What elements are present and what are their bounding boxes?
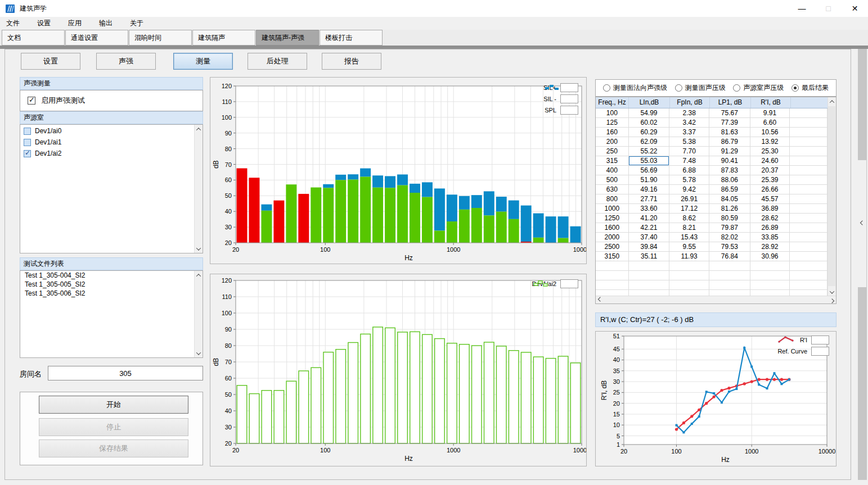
radio-option-2[interactable]: 声源室声压级 bbox=[733, 83, 784, 93]
table-cell[interactable]: 39.84 bbox=[629, 242, 670, 252]
tab-0[interactable]: 文档 bbox=[2, 30, 65, 46]
subtab-4[interactable]: 报告 bbox=[322, 53, 381, 70]
table-cell[interactable]: 24.60 bbox=[750, 156, 790, 166]
table-cell[interactable]: 1000 bbox=[596, 204, 629, 214]
subtab-3[interactable]: 后处理 bbox=[248, 53, 307, 70]
file-item-1[interactable]: Test 1_305-005_SI2 bbox=[20, 280, 194, 289]
start-button[interactable]: 开始 bbox=[39, 396, 188, 414]
table-cell[interactable]: 9.42 bbox=[669, 185, 709, 194]
channel-item-1[interactable]: Dev1/ai1 bbox=[20, 137, 194, 147]
menu-item-0[interactable]: 文件 bbox=[1, 17, 25, 30]
channel-item-0[interactable]: Dev1/ai0 bbox=[20, 126, 194, 136]
table-cell[interactable]: 36.89 bbox=[750, 204, 790, 214]
table-scrollbar-thumb[interactable] bbox=[828, 106, 835, 286]
scroll-up-icon[interactable] bbox=[195, 125, 203, 133]
scroll-up-icon[interactable] bbox=[195, 271, 203, 279]
table-cell[interactable]: 7.48 bbox=[669, 156, 709, 166]
tab-1[interactable]: 通道设置 bbox=[65, 30, 128, 46]
table-cell[interactable]: 26.89 bbox=[750, 223, 790, 233]
scroll-right-icon[interactable] bbox=[827, 296, 836, 304]
tab-3[interactable]: 建筑隔声 bbox=[192, 30, 255, 46]
table-cell[interactable]: 87.83 bbox=[709, 166, 750, 175]
menu-item-3[interactable]: 输出 bbox=[94, 17, 118, 30]
table-cell[interactable]: 55.03 bbox=[629, 156, 670, 166]
table-cell[interactable]: 76.84 bbox=[709, 252, 750, 261]
table-cell[interactable]: 315 bbox=[596, 156, 629, 166]
table-cell[interactable]: 55.22 bbox=[629, 147, 670, 156]
table-cell[interactable]: 2500 bbox=[596, 242, 629, 252]
table-cell[interactable]: 10.56 bbox=[750, 128, 790, 137]
minimize-button[interactable]: — bbox=[789, 0, 815, 17]
table-cell[interactable]: 37.40 bbox=[629, 233, 670, 242]
table-cell[interactable]: 60.02 bbox=[629, 118, 670, 128]
close-button[interactable]: ✕ bbox=[842, 0, 868, 17]
table-cell[interactable]: 7.70 bbox=[669, 147, 709, 156]
table-cell[interactable]: 75.67 bbox=[709, 108, 750, 118]
table-cell[interactable]: 51.90 bbox=[629, 175, 670, 185]
scroll-down-icon[interactable] bbox=[195, 244, 203, 253]
radio-option-0[interactable]: 测量面法向声强级 bbox=[603, 83, 667, 93]
table-cell[interactable]: 9.55 bbox=[669, 242, 709, 252]
tab-2[interactable]: 混响时间 bbox=[129, 30, 192, 46]
splitter-collapse-handle[interactable] bbox=[858, 160, 866, 287]
table-cell[interactable]: 100 bbox=[596, 108, 629, 118]
table-cell[interactable]: 15.43 bbox=[669, 233, 709, 242]
channel-item-2[interactable]: Dev1/ai2 bbox=[20, 148, 194, 158]
file-item-0[interactable]: Test 1_305-004_SI2 bbox=[20, 271, 194, 280]
room-name-input[interactable] bbox=[48, 366, 203, 380]
table-cell[interactable]: 88.06 bbox=[709, 175, 750, 185]
table-cell[interactable]: 28.62 bbox=[750, 214, 790, 223]
scroll-left-icon[interactable] bbox=[596, 296, 604, 304]
table-cell[interactable]: 35.11 bbox=[629, 252, 670, 261]
table-cell[interactable]: 3.42 bbox=[669, 118, 709, 128]
table-cell[interactable]: 41.20 bbox=[629, 214, 670, 223]
scroll-up-icon[interactable] bbox=[828, 97, 836, 106]
table-cell[interactable]: 42.21 bbox=[629, 223, 670, 233]
table-cell[interactable]: 49.16 bbox=[629, 185, 670, 194]
table-cell[interactable]: 33.60 bbox=[629, 204, 670, 214]
table-cell[interactable]: 79.87 bbox=[709, 223, 750, 233]
table-cell[interactable]: 11.93 bbox=[669, 252, 709, 261]
table-cell[interactable]: 125 bbox=[596, 118, 629, 128]
tab-5[interactable]: 楼板打击 bbox=[320, 30, 383, 46]
table-cell[interactable]: 3150 bbox=[596, 252, 629, 261]
table-cell[interactable]: 8.62 bbox=[669, 214, 709, 223]
table-cell[interactable]: 91.29 bbox=[709, 147, 750, 156]
table-cell[interactable]: 90.41 bbox=[709, 156, 750, 166]
table-cell[interactable]: 200 bbox=[596, 137, 629, 147]
channel-checkbox[interactable] bbox=[24, 128, 31, 135]
subtab-0[interactable]: 设置 bbox=[21, 53, 80, 70]
table-cell[interactable]: 81.26 bbox=[709, 204, 750, 214]
table-cell[interactable]: 86.79 bbox=[709, 137, 750, 147]
scroll-down-icon[interactable] bbox=[828, 288, 836, 296]
menu-item-1[interactable]: 设置 bbox=[32, 17, 56, 30]
table-cell[interactable]: 81.63 bbox=[709, 128, 750, 137]
table-cell[interactable]: 20.37 bbox=[750, 166, 790, 175]
table-cell[interactable]: 77.39 bbox=[709, 118, 750, 128]
table-cell[interactable]: 56.69 bbox=[629, 166, 670, 175]
table-cell[interactable]: 26.66 bbox=[750, 185, 790, 194]
table-horizontal-scrollbar[interactable] bbox=[596, 296, 836, 303]
table-cell[interactable]: 5.38 bbox=[669, 137, 709, 147]
radio-option-1[interactable]: 测量面声压级 bbox=[675, 83, 726, 93]
subtab-1[interactable]: 声强 bbox=[96, 53, 156, 70]
scroll-down-icon[interactable] bbox=[195, 349, 203, 357]
table-cell[interactable]: 800 bbox=[596, 194, 629, 204]
channel-checkbox[interactable] bbox=[24, 139, 31, 146]
table-cell[interactable]: 1600 bbox=[596, 223, 629, 233]
enable-intensity-checkbox[interactable] bbox=[28, 97, 35, 105]
table-cell[interactable]: 2.38 bbox=[669, 108, 709, 118]
table-cell[interactable]: 250 bbox=[596, 147, 629, 156]
table-cell[interactable]: 45.57 bbox=[750, 194, 790, 204]
subtab-2[interactable]: 测量 bbox=[173, 53, 233, 70]
table-cell[interactable]: 25.30 bbox=[750, 147, 790, 156]
menu-item-2[interactable]: 应用 bbox=[63, 17, 87, 30]
table-cell[interactable]: 160 bbox=[596, 128, 629, 137]
table-cell[interactable]: 80.59 bbox=[709, 214, 750, 223]
table-cell[interactable]: 6.88 bbox=[669, 166, 709, 175]
table-cell[interactable]: 30.96 bbox=[750, 252, 790, 261]
table-cell[interactable]: 28.92 bbox=[750, 242, 790, 252]
table-cell[interactable]: 86.59 bbox=[709, 185, 750, 194]
table-cell[interactable]: 27.71 bbox=[629, 194, 670, 204]
table-cell[interactable]: 33.85 bbox=[750, 233, 790, 242]
